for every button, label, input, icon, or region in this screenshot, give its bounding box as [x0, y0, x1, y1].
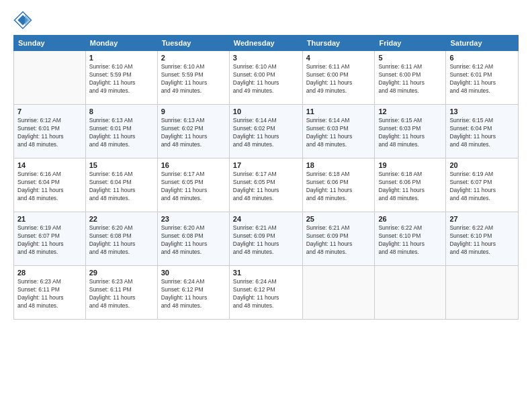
- day-number: 7: [17, 107, 82, 116]
- day-info: Sunrise: 6:21 AM Sunset: 6:09 PM Dayligh…: [306, 224, 371, 257]
- calendar-cell: 3Sunrise: 6:10 AM Sunset: 6:00 PM Daylig…: [229, 51, 302, 105]
- calendar-cell: 18Sunrise: 6:18 AM Sunset: 6:06 PM Dayli…: [302, 158, 375, 212]
- day-number: 23: [161, 215, 226, 223]
- day-number: 13: [449, 107, 515, 116]
- day-number: 15: [89, 161, 154, 169]
- calendar-cell: 24Sunrise: 6:21 AM Sunset: 6:09 PM Dayli…: [229, 212, 302, 266]
- calendar-cell: 30Sunrise: 6:24 AM Sunset: 6:12 PM Dayli…: [157, 266, 229, 320]
- calendar-cell: 11Sunrise: 6:14 AM Sunset: 6:03 PM Dayli…: [302, 105, 375, 158]
- day-info: Sunrise: 6:17 AM Sunset: 6:05 PM Dayligh…: [161, 171, 226, 203]
- day-info: Sunrise: 6:19 AM Sunset: 6:07 PM Dayligh…: [17, 224, 82, 257]
- day-number: 19: [378, 161, 442, 169]
- logo-icon: [13, 11, 32, 30]
- header-day: Tuesday: [157, 36, 229, 51]
- day-number: 14: [17, 161, 82, 169]
- day-number: 11: [306, 107, 371, 116]
- calendar-week-row: 28Sunrise: 6:23 AM Sunset: 6:11 PM Dayli…: [14, 266, 519, 320]
- day-info: Sunrise: 6:23 AM Sunset: 6:11 PM Dayligh…: [17, 278, 82, 310]
- calendar-cell: 8Sunrise: 6:13 AM Sunset: 6:01 PM Daylig…: [85, 105, 157, 158]
- day-info: Sunrise: 6:13 AM Sunset: 6:02 PM Dayligh…: [161, 117, 226, 149]
- header-day: Monday: [85, 36, 157, 51]
- calendar-cell: 23Sunrise: 6:20 AM Sunset: 6:08 PM Dayli…: [157, 212, 229, 266]
- day-info: Sunrise: 6:17 AM Sunset: 6:05 PM Dayligh…: [233, 171, 299, 203]
- day-info: Sunrise: 6:15 AM Sunset: 6:03 PM Dayligh…: [378, 117, 442, 149]
- day-info: Sunrise: 6:18 AM Sunset: 6:06 PM Dayligh…: [378, 171, 442, 203]
- logo: [13, 11, 35, 30]
- header: [13, 11, 519, 30]
- header-day: Thursday: [302, 36, 375, 51]
- calendar-cell: 20Sunrise: 6:19 AM Sunset: 6:07 PM Dayli…: [446, 158, 519, 212]
- calendar-cell: 26Sunrise: 6:22 AM Sunset: 6:10 PM Dayli…: [375, 212, 446, 266]
- calendar-cell: [375, 266, 446, 320]
- day-info: Sunrise: 6:24 AM Sunset: 6:12 PM Dayligh…: [161, 278, 226, 310]
- calendar-cell: 14Sunrise: 6:16 AM Sunset: 6:04 PM Dayli…: [14, 158, 86, 212]
- calendar-cell: 12Sunrise: 6:15 AM Sunset: 6:03 PM Dayli…: [375, 105, 446, 158]
- day-number: 21: [17, 215, 82, 223]
- calendar-cell: 27Sunrise: 6:22 AM Sunset: 6:10 PM Dayli…: [446, 212, 519, 266]
- day-number: 5: [378, 54, 442, 62]
- day-info: Sunrise: 6:14 AM Sunset: 6:02 PM Dayligh…: [233, 117, 299, 149]
- calendar-table: SundayMondayTuesdayWednesdayThursdayFrid…: [13, 35, 519, 320]
- day-info: Sunrise: 6:21 AM Sunset: 6:09 PM Dayligh…: [233, 224, 299, 257]
- day-info: Sunrise: 6:11 AM Sunset: 6:00 PM Dayligh…: [306, 63, 371, 95]
- day-number: 31: [233, 269, 299, 277]
- day-number: 9: [161, 107, 226, 116]
- day-number: 27: [449, 215, 515, 223]
- calendar-cell: 4Sunrise: 6:11 AM Sunset: 6:00 PM Daylig…: [302, 51, 375, 105]
- calendar-header: SundayMondayTuesdayWednesdayThursdayFrid…: [14, 36, 519, 51]
- calendar-cell: 7Sunrise: 6:12 AM Sunset: 6:01 PM Daylig…: [14, 105, 86, 158]
- calendar-cell: 29Sunrise: 6:23 AM Sunset: 6:11 PM Dayli…: [85, 266, 157, 320]
- day-info: Sunrise: 6:10 AM Sunset: 5:59 PM Dayligh…: [161, 63, 226, 95]
- day-number: 16: [161, 161, 226, 169]
- day-number: 1: [89, 54, 154, 62]
- calendar-cell: 10Sunrise: 6:14 AM Sunset: 6:02 PM Dayli…: [229, 105, 302, 158]
- header-day: Friday: [375, 36, 446, 51]
- day-number: 12: [378, 107, 442, 116]
- day-info: Sunrise: 6:20 AM Sunset: 6:08 PM Dayligh…: [161, 224, 226, 257]
- day-info: Sunrise: 6:10 AM Sunset: 5:59 PM Dayligh…: [89, 63, 154, 95]
- header-day: Sunday: [14, 36, 86, 51]
- day-number: 26: [378, 215, 442, 223]
- day-info: Sunrise: 6:15 AM Sunset: 6:04 PM Dayligh…: [449, 117, 515, 149]
- day-number: 22: [89, 215, 154, 223]
- day-info: Sunrise: 6:22 AM Sunset: 6:10 PM Dayligh…: [449, 224, 515, 257]
- day-number: 6: [449, 54, 515, 62]
- calendar-cell: 22Sunrise: 6:20 AM Sunset: 6:08 PM Dayli…: [85, 212, 157, 266]
- header-day: Saturday: [446, 36, 519, 51]
- header-day: Wednesday: [229, 36, 302, 51]
- calendar-cell: 6Sunrise: 6:12 AM Sunset: 6:01 PM Daylig…: [446, 51, 519, 105]
- day-info: Sunrise: 6:13 AM Sunset: 6:01 PM Dayligh…: [89, 117, 154, 149]
- day-number: 4: [306, 54, 371, 62]
- calendar-cell: 16Sunrise: 6:17 AM Sunset: 6:05 PM Dayli…: [157, 158, 229, 212]
- day-number: 24: [233, 215, 299, 223]
- calendar-week-row: 1Sunrise: 6:10 AM Sunset: 5:59 PM Daylig…: [14, 51, 519, 105]
- day-number: 30: [161, 269, 226, 277]
- calendar-cell: 25Sunrise: 6:21 AM Sunset: 6:09 PM Dayli…: [302, 212, 375, 266]
- day-number: 10: [233, 107, 299, 116]
- day-number: 28: [17, 269, 82, 277]
- day-info: Sunrise: 6:20 AM Sunset: 6:08 PM Dayligh…: [89, 224, 154, 257]
- calendar-cell: 17Sunrise: 6:17 AM Sunset: 6:05 PM Dayli…: [229, 158, 302, 212]
- calendar-cell: 15Sunrise: 6:16 AM Sunset: 6:04 PM Dayli…: [85, 158, 157, 212]
- calendar-cell: 28Sunrise: 6:23 AM Sunset: 6:11 PM Dayli…: [14, 266, 86, 320]
- day-info: Sunrise: 6:16 AM Sunset: 6:04 PM Dayligh…: [89, 171, 154, 203]
- calendar-cell: 31Sunrise: 6:24 AM Sunset: 6:12 PM Dayli…: [229, 266, 302, 320]
- day-number: 25: [306, 215, 371, 223]
- day-info: Sunrise: 6:24 AM Sunset: 6:12 PM Dayligh…: [233, 278, 299, 310]
- calendar-cell: [302, 266, 375, 320]
- calendar-cell: 21Sunrise: 6:19 AM Sunset: 6:07 PM Dayli…: [14, 212, 86, 266]
- day-info: Sunrise: 6:23 AM Sunset: 6:11 PM Dayligh…: [89, 278, 154, 310]
- calendar-cell: 2Sunrise: 6:10 AM Sunset: 5:59 PM Daylig…: [157, 51, 229, 105]
- day-info: Sunrise: 6:12 AM Sunset: 6:01 PM Dayligh…: [449, 63, 515, 95]
- day-number: 2: [161, 54, 226, 62]
- day-info: Sunrise: 6:12 AM Sunset: 6:01 PM Dayligh…: [17, 117, 82, 149]
- day-number: 29: [89, 269, 154, 277]
- day-number: 17: [233, 161, 299, 169]
- day-info: Sunrise: 6:18 AM Sunset: 6:06 PM Dayligh…: [306, 171, 371, 203]
- day-number: 8: [89, 107, 154, 116]
- calendar-week-row: 14Sunrise: 6:16 AM Sunset: 6:04 PM Dayli…: [14, 158, 519, 212]
- day-number: 18: [306, 161, 371, 169]
- calendar-cell: 13Sunrise: 6:15 AM Sunset: 6:04 PM Dayli…: [446, 105, 519, 158]
- day-info: Sunrise: 6:16 AM Sunset: 6:04 PM Dayligh…: [17, 171, 82, 203]
- day-number: 3: [233, 54, 299, 62]
